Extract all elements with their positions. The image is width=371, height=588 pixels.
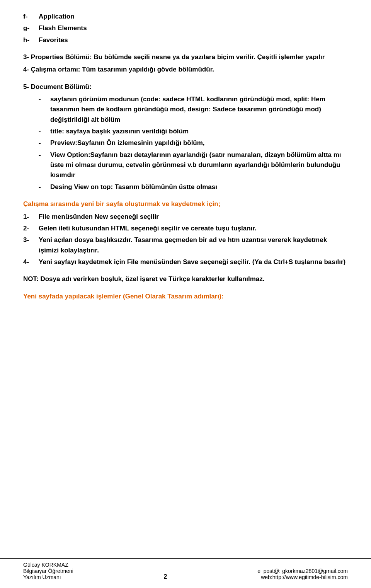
step-2-marker: 2- [23, 223, 39, 233]
footer-title1: Bilgisayar Öğretmeni [23, 568, 73, 574]
orange-title-1: Çalışma sırasında yeni bir sayfa oluştur… [23, 199, 348, 209]
sub-item-3: - Preview:Sayfanın Ön izlemesinin yapıld… [39, 138, 348, 148]
step-3: 3- Yeni açılan dosya başlıksızdır. Tasar… [23, 235, 348, 256]
section4-text: 4- Çalışma ortamı: Tüm tasarımın yapıldı… [23, 65, 348, 75]
sub-marker-1: - [39, 94, 50, 125]
sub-text-1: sayfanın görünüm modunun (code: sadece H… [50, 94, 348, 125]
step-3-text: Yeni açılan dosya başlıksızdır. Tasarıma… [39, 235, 348, 256]
item-h-text: Favorites [39, 35, 348, 45]
list-item-f: f- Application [23, 12, 348, 22]
footer-page-number: 2 [164, 573, 167, 580]
page-footer: Gülcay KORKMAZ Bilgisayar Öğretmeni Yazı… [0, 558, 371, 580]
footer-right: e_post@: gkorkmaz2801@gmail.com web:http… [257, 568, 348, 580]
footer-website: web:http://www.egitimde-bilisim.com [257, 574, 348, 580]
sub-marker-5: - [39, 182, 50, 192]
step-4: 4- Yeni sayfayı kaydetmek için File menü… [23, 257, 348, 267]
sub-marker-3: - [39, 138, 50, 148]
sub-item-5: - Desing View on top: Tasarım bölümünün … [39, 182, 348, 192]
step-1-marker: 1- [23, 212, 39, 222]
step-2-text: Gelen ileti kutusundan HTML seçeneği seç… [39, 223, 348, 233]
footer-name: Gülcay KORKMAZ [23, 562, 73, 568]
note-text: NOT: Dosya adı verirken boşluk, özel işa… [23, 274, 348, 284]
list-item-g: g- Flash Elements [23, 23, 348, 33]
footer-email: e_post@: gkorkmaz2801@gmail.com [257, 568, 348, 574]
sub-item-1: - sayfanın görünüm modunun (code: sadece… [39, 94, 348, 125]
orange-title-2: Yeni sayfada yapılacak işlemler (Genel O… [23, 291, 348, 302]
sub-text-2: title: sayfaya başlık yazısının verildiğ… [50, 126, 348, 136]
sub-marker-4: - [39, 150, 50, 181]
section5-title: 5- Document Bölümü: [23, 82, 348, 92]
step-4-marker: 4- [23, 257, 39, 267]
item-h-marker: h- [23, 35, 39, 45]
footer-title2: Yazılım Uzmanı [23, 574, 73, 580]
list-item-h: h- Favorites [23, 35, 348, 45]
sub-item-2: - title: sayfaya başlık yazısının verild… [39, 126, 348, 136]
item-g-marker: g- [23, 23, 39, 33]
step-1-text: File menüsünden New seçeneği seçilir [39, 212, 348, 222]
step-3-marker: 3- [23, 235, 39, 256]
footer-left: Gülcay KORKMAZ Bilgisayar Öğretmeni Yazı… [23, 562, 73, 580]
sub-item-4: - View Option:Sayfanın bazı detaylarının… [39, 150, 348, 181]
sub-text-3: Preview:Sayfanın Ön izlemesinin yapıldığ… [50, 138, 348, 148]
sub-marker-2: - [39, 126, 50, 136]
item-f-text: Application [39, 12, 348, 22]
step-2: 2- Gelen ileti kutusundan HTML seçeneği … [23, 223, 348, 233]
sub-text-4: View Option:Sayfanın bazı detaylarının a… [50, 150, 348, 181]
step-4-text: Yeni sayfayı kaydetmek için File menüsün… [39, 257, 348, 267]
section3-text: 3- Properties Bölümü: Bu bölümde seçili … [23, 52, 348, 62]
sub-text-5: Desing View on top: Tasarım bölümünün üs… [50, 182, 348, 192]
item-f-marker: f- [23, 12, 39, 22]
step-1: 1- File menüsünden New seçeneği seçilir [23, 212, 348, 222]
section5-subitems: - sayfanın görünüm modunun (code: sadece… [39, 94, 348, 192]
item-g-text: Flash Elements [39, 23, 348, 33]
